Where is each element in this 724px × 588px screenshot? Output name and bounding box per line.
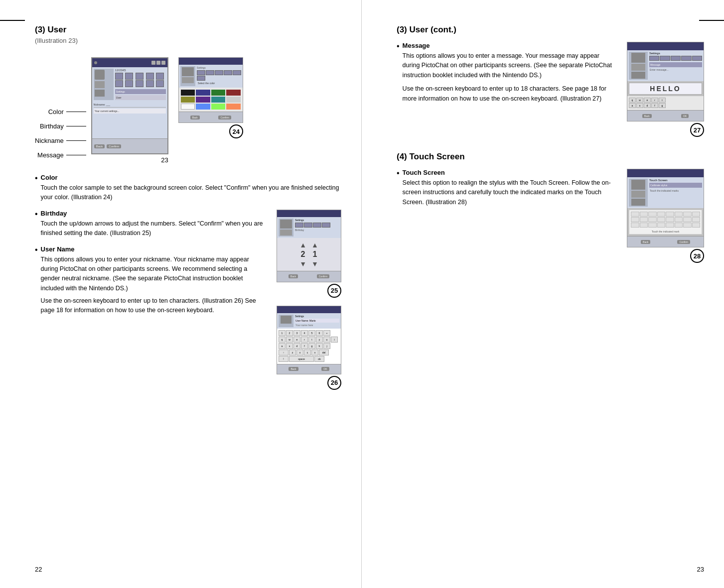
illus23-container: 12/2345 xyxy=(91,57,168,164)
kbd-key-r[interactable]: r xyxy=(301,337,308,343)
ds25-down-arrow: ▼ xyxy=(299,260,306,268)
bullet-dot-color: • xyxy=(35,174,38,203)
ds-icon-box3 xyxy=(95,90,105,97)
nickname-dash xyxy=(66,140,86,141)
ds24-confirm-btn[interactable]: Confirm xyxy=(218,116,231,119)
ds28-icon2 xyxy=(631,191,645,198)
touch-bullet-content: Touch Screen Select this option to reali… xyxy=(403,169,617,207)
kbd-key-6[interactable]: 6 xyxy=(316,330,323,336)
ds27-key[interactable]: f xyxy=(651,103,658,108)
ds28-confirm-btn[interactable]: Confirm xyxy=(677,240,690,244)
kbd-ok-btn[interactable]: OK xyxy=(321,367,329,371)
ds28-back-btn[interactable]: Back xyxy=(641,240,650,244)
ds25-icon2 xyxy=(280,230,292,235)
kbd-key-1[interactable]: 1 xyxy=(279,330,286,336)
ds24-right: Settings Select the color xyxy=(197,66,241,86)
ds25-num-2: 1 xyxy=(312,250,317,259)
illus26-badge-row: 26 xyxy=(277,376,341,390)
ds27-key[interactable]: w xyxy=(636,98,643,103)
kbd-key-q[interactable]: q xyxy=(279,337,286,343)
color-label: Color xyxy=(48,108,64,116)
kbd-key-7[interactable]: + xyxy=(323,330,330,336)
kbd-key-4[interactable]: 4 xyxy=(301,330,308,336)
kbd-key-a[interactable]: a xyxy=(279,343,286,349)
ds25-back-btn[interactable]: Back xyxy=(289,274,298,278)
ds-icon-2 xyxy=(156,61,160,65)
kbd-key-y[interactable]: y xyxy=(316,337,323,343)
ds27-ok-btn[interactable]: OK xyxy=(681,114,689,118)
kbd-icon xyxy=(281,316,291,324)
ds27-key[interactable]: t xyxy=(659,98,666,103)
message-bullet-content: Message This options allows you to enter… xyxy=(403,42,617,104)
message-dash xyxy=(66,155,86,155)
ds27-key[interactable]: e xyxy=(644,98,651,103)
ds28-grid-cell xyxy=(666,217,674,222)
kbd-key-e[interactable]: e xyxy=(293,337,300,343)
ds24-back-btn[interactable]: Back xyxy=(190,116,200,119)
kbd-key-z[interactable]: z xyxy=(289,350,296,355)
kbd-key-j[interactable]: j xyxy=(323,343,330,349)
ds27-key[interactable]: r xyxy=(651,98,658,103)
kbd-key-shift[interactable]: ↑ xyxy=(279,350,289,355)
ds-confirm-btn[interactable]: Confirm xyxy=(107,144,121,148)
kbd-key-5[interactable]: 5 xyxy=(308,330,315,336)
ds27-back-btn[interactable]: Back xyxy=(642,114,652,118)
kbd-settings-label: Settings xyxy=(295,315,339,318)
ds27-hello-area: HELLO xyxy=(629,83,702,95)
kbd-key-ok[interactable]: ok xyxy=(314,356,324,362)
kbd-key-3[interactable]: 3 xyxy=(293,330,300,336)
ds28-topbar xyxy=(627,169,704,177)
ds25-text: Birthday xyxy=(295,229,339,232)
color-lime xyxy=(211,104,226,110)
ds24-cell xyxy=(233,70,241,75)
message-label: Message xyxy=(37,151,64,159)
ds-back-btn[interactable]: Back xyxy=(94,144,105,148)
left-page: (3) User (Illustration 23) Color Birthda… xyxy=(0,0,362,588)
color-bullet: • Color Touch the color sample to set th… xyxy=(35,174,341,203)
kbd-key-d[interactable]: d xyxy=(293,343,300,349)
kbd-key-v[interactable]: v xyxy=(311,350,318,355)
ds28-grid-cell xyxy=(640,212,648,217)
kbd-upper-inner: Settings User Name: Mario Your name here xyxy=(279,315,339,327)
ds27-key[interactable]: d xyxy=(644,103,651,108)
ds24-bottom: Back Confirm xyxy=(179,112,243,122)
kbd-key-i[interactable]: i xyxy=(331,337,338,343)
ds28-grid-cell xyxy=(657,212,666,217)
ds27-cell xyxy=(681,56,691,61)
labels-column: Color Birthday Nickname Message xyxy=(35,57,86,164)
ds25-confirm-btn[interactable]: Confirm xyxy=(317,274,330,278)
ds24-text: Select the color xyxy=(197,81,241,86)
kbd-key-h[interactable]: h xyxy=(316,343,323,349)
kbd-key-g[interactable]: g xyxy=(308,343,315,349)
kbd-key-f[interactable]: f xyxy=(301,343,308,349)
message-bullet-text1: This options allows you to enter a messa… xyxy=(403,51,617,80)
kbd-key-sym[interactable]: ! xyxy=(279,356,289,362)
touch-bullet-text: Select this option to realign the stylus… xyxy=(403,178,617,207)
ds24-icon xyxy=(182,67,194,76)
ds-screen-27: Settings Message Enter message... xyxy=(627,42,704,121)
kbd-key-u[interactable]: u xyxy=(323,337,330,343)
kbd-key-c[interactable]: c xyxy=(304,350,311,355)
color-label-row: Color xyxy=(35,108,86,116)
ds25-right: Settings Birthday xyxy=(295,219,339,236)
illus-badge-25: 25 xyxy=(327,284,341,298)
kbd-right-col: Settings User Name: Mario Your name here xyxy=(295,315,339,327)
illus-26-group: Settings User Name: Mario Your name here… xyxy=(277,304,341,390)
ds28-grid-cell xyxy=(631,212,639,217)
kbd-key-space[interactable]: space xyxy=(289,356,314,362)
kbd-key-t[interactable]: t xyxy=(308,337,315,343)
kbd-key-2[interactable]: 2 xyxy=(286,330,293,336)
ds27-key[interactable]: s xyxy=(636,103,643,108)
ds27-key[interactable]: a xyxy=(629,103,636,108)
kbd-key-del[interactable]: del xyxy=(319,350,329,355)
ds27-key[interactable]: g xyxy=(659,103,666,108)
ds27-cell xyxy=(671,56,681,61)
kbd-key-s[interactable]: s xyxy=(286,343,293,349)
kbd-row-1: 1 2 3 4 5 6 + xyxy=(279,330,339,336)
ds-screen-23: 12/2345 xyxy=(91,57,168,154)
color-bullet-text: Touch the color sample to set the backgr… xyxy=(41,183,341,203)
kbd-back-btn[interactable]: Back xyxy=(289,367,298,371)
kbd-key-x[interactable]: x xyxy=(296,350,303,355)
ds27-key[interactable]: q xyxy=(629,98,636,103)
kbd-key-w[interactable]: w xyxy=(286,337,293,343)
